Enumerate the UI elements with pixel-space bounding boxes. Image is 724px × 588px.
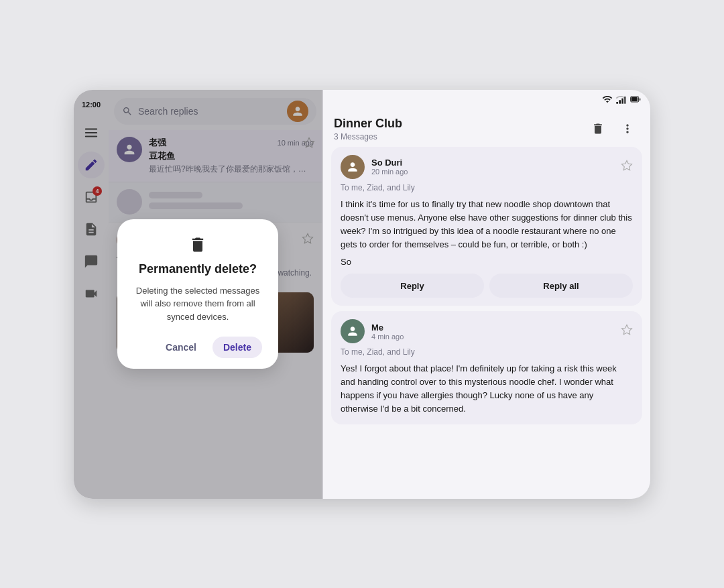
delete-dialog: Permanently delete? Deleting the selecte… [117,219,278,369]
msg-body-2: Yes! I forgot about that place! I'm defi… [341,362,633,416]
thread-header-left: Dinner Club 3 Messages [334,117,586,141]
msg-to-1: To me, Ziad, and Lily [341,183,633,192]
msg-time-2: 4 min ago [371,333,614,341]
message-header-1: So Duri 20 min ago [341,155,633,179]
dialog-actions: Cancel Delete [133,337,262,358]
svg-marker-12 [622,160,632,170]
msg-sender-name-1: So Duri [371,158,614,168]
signal-icon [615,94,626,105]
delete-icon [591,122,605,135]
dialog-body: Deleting the selected messages will also… [133,284,262,324]
left-panel: 12:00 4 [74,90,322,499]
thread-title: Dinner Club [334,117,586,131]
delete-button[interactable]: Delete [213,337,262,358]
message-card-1: So Duri 20 min ago To me, Ziad, and Lily… [331,147,642,306]
thread-messages: So Duri 20 min ago To me, Ziad, and Lily… [323,147,650,499]
reply-all-button[interactable]: Reply all [489,274,633,298]
wifi-icon [602,94,613,105]
battery-icon [629,94,642,105]
device-frame: 12:00 4 [74,90,650,499]
right-panel: Dinner Club 3 Messages [323,90,650,499]
svg-rect-5 [616,102,618,104]
msg-sender-info-2: Me 4 min ago [371,322,614,341]
status-bar-right [323,90,650,109]
star-icon-msg-1[interactable] [621,160,633,174]
msg-sender-info-1: So Duri 20 min ago [371,158,614,176]
delete-thread-button[interactable] [586,117,610,141]
svg-rect-6 [619,100,621,103]
star-icon-msg-2[interactable] [621,324,633,339]
cancel-button[interactable]: Cancel [155,337,207,358]
reply-button[interactable]: Reply [341,274,484,298]
msg-sign-1: So [341,257,633,267]
msg-sender-name-2: Me [371,322,614,333]
dialog-icon [133,235,262,254]
svg-marker-13 [622,325,632,335]
svg-rect-10 [640,98,640,100]
msg-to-2: To me, Ziad, and Lily [341,347,633,357]
more-vert-icon [621,122,634,135]
more-options-button[interactable] [615,117,640,141]
msg-avatar-1 [341,155,365,179]
msg-body-1: I think it's time for us to finally try … [341,198,633,252]
svg-rect-11 [631,97,638,101]
thread-header: Dinner Club 3 Messages [323,109,650,147]
thread-count: 3 Messages [334,132,586,141]
svg-rect-7 [621,98,623,103]
reply-actions-1: Reply Reply all [341,274,633,298]
dialog-title: Permanently delete? [133,262,262,276]
message-header-2: Me 4 min ago [341,319,633,343]
msg-time-1: 20 min ago [371,168,614,176]
msg-avatar-2 [341,319,365,343]
message-card-2: Me 4 min ago To me, Ziad, and Lily Yes! … [331,311,642,424]
dialog-overlay: Permanently delete? Deleting the selecte… [74,90,322,499]
header-actions [586,117,640,141]
svg-rect-8 [624,97,625,104]
